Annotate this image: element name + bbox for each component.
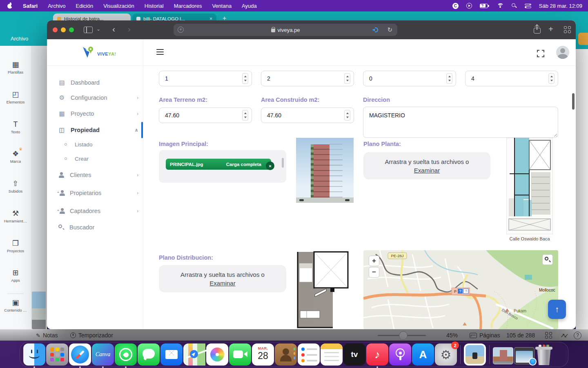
plano-distribucion-dropzone[interactable]: Arrastra y suelta tus archivos o Examina… (159, 265, 286, 292)
stepper-control[interactable] (344, 110, 350, 121)
dock-photos-icon[interactable] (206, 343, 228, 366)
map-zoom-in-button[interactable]: + (369, 256, 379, 266)
canva-sidebar-texto[interactable]: TTexto (0, 120, 31, 134)
page-settings-icon[interactable]: + (178, 27, 184, 33)
dock-trash-icon[interactable] (535, 345, 552, 366)
sidebar-item-dashboard[interactable]: ▤Dashboard (58, 78, 140, 87)
map-marker[interactable]: P ? ? (452, 288, 470, 295)
menu-historial[interactable]: Historial (145, 3, 164, 9)
dock-maps-icon[interactable] (183, 343, 205, 366)
remove-upload-icon[interactable]: × (266, 162, 274, 170)
canva-sidebar-subidos[interactable]: ⇧Subidos (0, 180, 31, 193)
pages-button[interactable]: Páginas (470, 330, 500, 341)
dock-appletv-icon[interactable]: tv (343, 343, 365, 366)
location-map[interactable]: PE-28J P ? ? Mollococ Pukam Don Bosco + (363, 250, 558, 329)
plano-planta-dropzone[interactable]: Arrastra y suelta tus archivos o Examina… (363, 152, 490, 180)
dock-safari-icon[interactable] (69, 343, 91, 366)
page-scrollbar[interactable] (572, 93, 575, 110)
canva-sidebar-plantillas[interactable]: ▦Plantillas (0, 61, 31, 74)
tab-overview-icon[interactable] (564, 26, 571, 33)
menu-archivo[interactable]: Archivo (48, 3, 65, 9)
canva-sidebar-proyectos[interactable]: ❐Proyectos (0, 239, 31, 253)
sidebar-item-listado[interactable]: Listado (65, 140, 146, 149)
sidebar-item-captadores[interactable]: +Captadores› (58, 206, 140, 215)
user-avatar[interactable] (556, 46, 569, 59)
thumbnails-button[interactable] (545, 330, 552, 341)
status-c-app-icon[interactable]: C (452, 3, 459, 9)
viveya-logo[interactable]: VIVEYA! (80, 45, 129, 59)
menubar-clock[interactable]: Sáb 28 mar. 12:09 (539, 3, 582, 9)
canva-sidebar-contenido[interactable]: ▣Contenido … (0, 298, 31, 312)
dock-calendar-icon[interactable]: MAR.28 (252, 343, 274, 366)
sidebar-item-clientes[interactable]: Clientes› (58, 171, 140, 180)
examinar-link[interactable]: Examinar (414, 167, 440, 174)
number-input-3[interactable]: 0 (363, 71, 456, 86)
stepper-control[interactable] (242, 110, 248, 121)
dock-contacts-icon[interactable] (275, 343, 297, 366)
direccion-textarea[interactable]: MAGISTERIO (363, 107, 558, 138)
sidebar-item-propietarios[interactable]: +Propietarios› (58, 188, 140, 197)
zoom-window-button[interactable] (69, 27, 74, 32)
examinar-link[interactable]: Examinar (209, 280, 235, 287)
dock-launchpad-icon[interactable] (46, 343, 68, 366)
zoom-slider[interactable] (378, 335, 426, 336)
menu-visualizacion[interactable]: Visualización (103, 3, 134, 9)
canva-sidebar-marca[interactable]: ♛❖Marca (0, 150, 31, 164)
control-center-icon[interactable] (525, 4, 531, 8)
apple-menu-icon[interactable] (7, 3, 13, 9)
canva-sidebar-herramientas[interactable]: ⚒Herramient… (0, 209, 31, 223)
dock-canva-icon[interactable]: Canva (92, 343, 114, 366)
sidebar-item-buscador[interactable]: Buscador (58, 223, 140, 232)
dock-podcasts-icon[interactable] (389, 343, 411, 366)
canva-sidebar-elementos[interactable]: ◰Elementos (0, 90, 31, 104)
number-input-4[interactable]: 4 (465, 71, 558, 86)
fullscreen-icon[interactable] (537, 50, 544, 57)
stepper-control[interactable] (344, 73, 350, 84)
chevron-down-icon[interactable]: ⌄ (96, 26, 100, 32)
dock-music-icon[interactable]: ♪ (366, 343, 388, 366)
map-zoom-out-button[interactable]: − (369, 267, 379, 278)
dock-minimized-window-safari[interactable] (514, 347, 535, 364)
stepper-control[interactable] (446, 73, 452, 84)
map-search-button[interactable] (542, 254, 553, 265)
sidebar-item-proyecto[interactable]: ▦Proyecto› (58, 109, 140, 118)
canva-archivo-menu[interactable]: Archivo (11, 36, 28, 42)
minimize-window-button[interactable] (61, 27, 66, 32)
dock-notes-icon[interactable] (321, 343, 343, 366)
dock-whatsapp-icon[interactable] (115, 343, 137, 366)
dock-facetime-icon[interactable] (229, 343, 251, 366)
notes-tool-button[interactable]: ✎ Notas (36, 330, 58, 341)
number-input-1[interactable]: 1 (159, 71, 252, 86)
sidebar-item-crear[interactable]: Crear (65, 154, 146, 163)
menu-toggle-icon[interactable] (156, 49, 164, 55)
stepper-control[interactable] (548, 73, 555, 84)
area-construido-input[interactable]: 47.60 (261, 108, 354, 123)
canva-sidebar-apps[interactable]: ⊞Apps (0, 269, 31, 283)
audio-mute-icon[interactable] (372, 27, 379, 33)
menu-edicion[interactable]: Edición (76, 3, 94, 9)
share-icon[interactable] (534, 25, 541, 34)
sidebar-item-propiedad[interactable]: ◫Propiedad∧ (58, 126, 140, 135)
spotlight-icon[interactable] (512, 3, 517, 9)
menu-ayuda[interactable]: Ayuda (242, 3, 257, 9)
help-button[interactable]: ? (574, 330, 581, 341)
address-bar[interactable]: + viveya.pe ↻ (174, 24, 397, 36)
new-tab-icon[interactable]: + (548, 25, 553, 34)
battery-icon[interactable]: ϟ (480, 4, 489, 8)
dock-finder-icon[interactable] (23, 343, 45, 366)
menubar-app-name[interactable]: Safari (23, 3, 38, 9)
status-play-icon[interactable] (466, 3, 472, 9)
back-button[interactable]: ‹ (112, 24, 115, 34)
menu-marcadores[interactable]: Marcadores (174, 3, 202, 9)
collapse-button[interactable]: ↗↙ (560, 330, 567, 341)
sidebar-item-configuracion[interactable]: ⚙Configuracion› (58, 93, 140, 102)
dock-minimized-window-building[interactable] (493, 347, 513, 364)
close-window-button[interactable] (53, 27, 58, 32)
upload-widget[interactable]: PRINCIPAL.jpg Carga completa × (159, 150, 286, 183)
forward-button[interactable]: › (128, 24, 131, 34)
menu-ventana[interactable]: Ventana (212, 3, 232, 9)
scroll-to-top-button[interactable]: ↑ (548, 300, 566, 319)
dock-messages-icon[interactable] (138, 343, 160, 366)
number-input-2[interactable]: 2 (261, 71, 354, 86)
dock-settings-icon[interactable]: ⚙2 (435, 343, 457, 366)
